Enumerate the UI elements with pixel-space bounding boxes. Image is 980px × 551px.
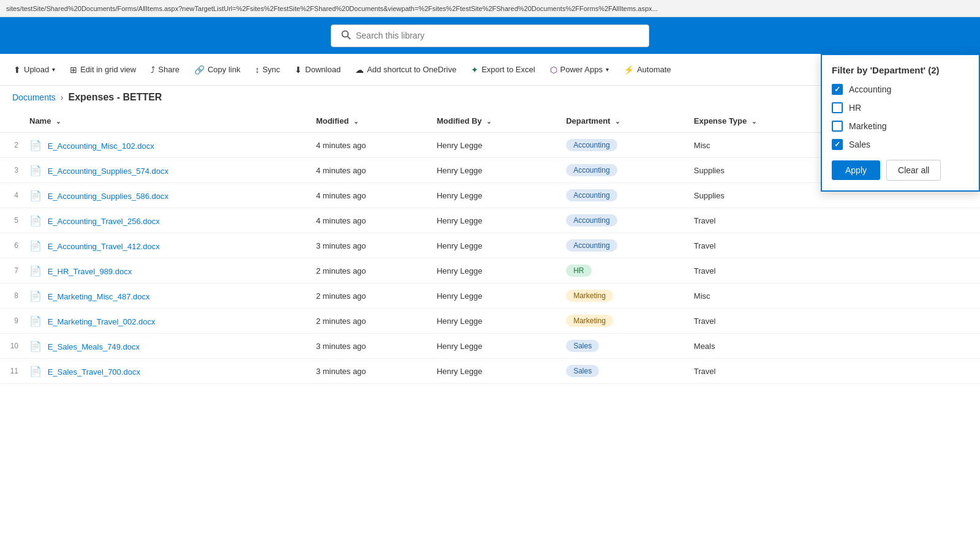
addcolumn-cell (831, 208, 980, 233)
file-name[interactable]: E_Accounting_Travel_412.docx (48, 242, 160, 251)
share-label: Share (158, 65, 179, 74)
modifiedby-sort-icon: ⌄ (486, 118, 491, 125)
download-button[interactable]: ⬇ Download (288, 61, 347, 78)
col-modifiedby-header[interactable]: Modified By ⌄ (429, 109, 559, 133)
file-name[interactable]: E_HR_Travel_989.docx (48, 267, 132, 276)
modifiedby-cell: Henry Legge (429, 309, 559, 334)
edit-grid-button[interactable]: ⊞ Edit in grid view (64, 61, 142, 78)
file-icon: 📄 (29, 216, 42, 226)
department-badge: Sales (566, 340, 599, 352)
filter-actions: Apply Clear all (832, 160, 969, 181)
row-number: 5 (0, 208, 22, 233)
file-icon: 📄 (29, 316, 42, 326)
department-cell: Accounting (559, 183, 687, 208)
filter-title: Filter by 'Department' (2) (832, 65, 969, 75)
file-name[interactable]: E_Marketing_Misc_487.docx (48, 292, 150, 301)
power-apps-button[interactable]: ⬡ Power Apps ▾ (544, 61, 615, 78)
col-expensetype-header[interactable]: Expense Type ⌄ (687, 109, 831, 133)
file-name[interactable]: E_Accounting_Travel_256.docx (48, 217, 160, 226)
department-badge: Marketing (566, 290, 613, 302)
copy-link-button[interactable]: 🔗 Copy link (188, 61, 246, 78)
file-name[interactable]: E_Marketing_Travel_002.docx (48, 317, 156, 326)
automate-icon: ⚡ (624, 65, 634, 75)
filter-item-sales[interactable]: Sales (832, 139, 969, 150)
filter-checkbox-sales[interactable] (832, 139, 843, 150)
row-number: 11 (0, 359, 22, 384)
copy-link-icon: 🔗 (194, 65, 205, 75)
row-number: 8 (0, 283, 22, 309)
automate-button[interactable]: ⚡ Automate (617, 61, 677, 78)
url-bar: sites/testSite/Shared%20Documents/Forms/… (0, 0, 980, 17)
table-row: 7 📄 E_HR_Travel_989.docx 2 minutes ago H… (0, 258, 980, 283)
share-button[interactable]: ⤴ Share (145, 61, 186, 78)
row-number: 2 (0, 133, 22, 158)
file-name[interactable]: E_Sales_Travel_700.docx (48, 367, 140, 377)
export-excel-button[interactable]: ✦ Export to Excel (465, 61, 541, 78)
department-badge: Accounting (566, 189, 617, 201)
file-cell: 📄 E_Marketing_Misc_487.docx (22, 283, 309, 309)
row-number: 10 (0, 334, 22, 359)
department-cell: Accounting (559, 233, 687, 258)
filter-checkbox-marketing[interactable] (832, 121, 843, 132)
export-excel-label: Export to Excel (481, 65, 535, 74)
expensetype-cell: Supplies (687, 183, 831, 208)
file-cell: 📄 E_Accounting_Travel_412.docx (22, 233, 309, 258)
breadcrumb-parent[interactable]: Documents (12, 92, 56, 102)
row-number: 3 (0, 158, 22, 183)
expensetype-cell: Travel (687, 208, 831, 233)
col-rownum (0, 109, 22, 133)
file-cell: 📄 E_Sales_Meals_749.docx (22, 334, 309, 359)
filter-checkbox-hr[interactable] (832, 102, 843, 113)
modifiedby-cell: Henry Legge (429, 183, 559, 208)
file-cell: 📄 E_Accounting_Supplies_586.docx (22, 183, 309, 208)
file-cell: 📄 E_Accounting_Supplies_574.docx (22, 158, 309, 183)
automate-label: Automate (637, 65, 671, 74)
col-modified-header[interactable]: Modified ⌄ (309, 109, 429, 133)
department-cell: Sales (559, 359, 687, 384)
clear-all-button[interactable]: Clear all (886, 160, 941, 181)
filter-item-marketing[interactable]: Marketing (832, 121, 969, 132)
department-badge: Accounting (566, 214, 617, 227)
addcolumn-cell (831, 359, 980, 384)
edit-grid-label: Edit in grid view (80, 65, 136, 74)
expensetype-sort-icon: ⌄ (752, 118, 756, 125)
file-name[interactable]: E_Accounting_Supplies_586.docx (48, 192, 168, 201)
filter-checkbox-accounting[interactable] (832, 84, 843, 95)
file-icon: 📄 (29, 190, 42, 201)
file-name[interactable]: E_Sales_Meals_749.docx (48, 342, 140, 351)
modifiedby-cell: Henry Legge (429, 233, 559, 258)
power-apps-label: Power Apps (560, 65, 603, 74)
edit-grid-icon: ⊞ (70, 65, 77, 75)
copy-link-label: Copy link (208, 65, 240, 74)
col-name-header[interactable]: Name ⌄ (22, 109, 309, 133)
upload-button[interactable]: ⬆ Upload ▾ (7, 61, 61, 78)
file-cell: 📄 E_HR_Travel_989.docx (22, 258, 309, 283)
filter-item-accounting[interactable]: Accounting (832, 84, 969, 95)
search-input[interactable] (356, 31, 639, 40)
col-department-header[interactable]: Department ⌄ (559, 109, 687, 133)
breadcrumb-separator: › (61, 92, 64, 102)
file-name[interactable]: E_Accounting_Misc_102.docx (48, 141, 154, 151)
department-cell: Sales (559, 334, 687, 359)
top-bar (0, 17, 980, 54)
file-name[interactable]: E_Accounting_Supplies_574.docx (48, 167, 168, 176)
svg-line-1 (348, 36, 351, 39)
modifiedby-cell: Henry Legge (429, 283, 559, 309)
modified-cell: 3 minutes ago (309, 359, 429, 384)
url-text: sites/testSite/Shared%20Documents/Forms/… (6, 5, 658, 12)
sync-button[interactable]: ↕ Sync (249, 61, 286, 78)
expensetype-header-label: Expense Type (694, 116, 747, 126)
name-sort-icon: ⌄ (56, 118, 61, 125)
filter-item-hr[interactable]: HR (832, 102, 969, 113)
apply-button[interactable]: Apply (832, 160, 880, 180)
add-shortcut-button[interactable]: ☁ Add shortcut to OneDrive (349, 61, 462, 78)
add-shortcut-label: Add shortcut to OneDrive (367, 65, 456, 74)
row-number: 6 (0, 233, 22, 258)
search-box[interactable] (331, 24, 649, 47)
breadcrumb-current: Expenses - BETTER (68, 92, 162, 103)
download-label: Download (305, 65, 341, 74)
sync-icon: ↕ (255, 65, 259, 75)
modified-cell: 4 minutes ago (309, 183, 429, 208)
upload-icon: ⬆ (13, 65, 21, 75)
filter-label-sales: Sales (849, 140, 870, 149)
